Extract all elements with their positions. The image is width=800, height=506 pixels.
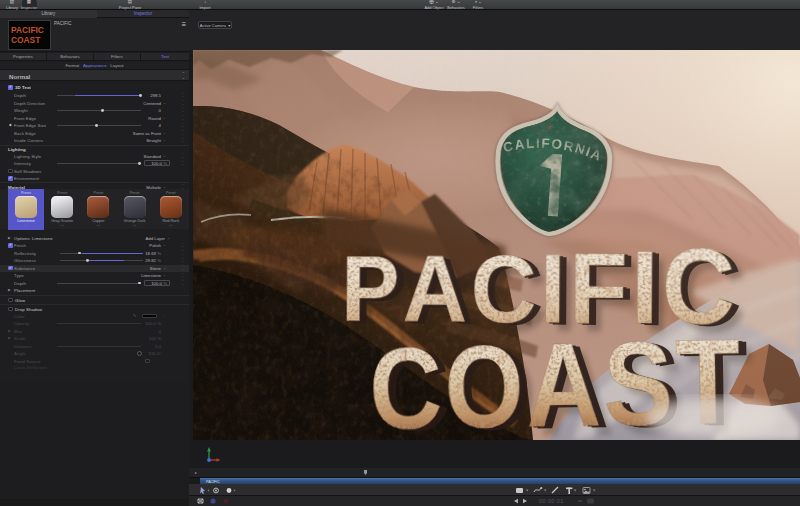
svg-text:00:00:01: 00:00:01 — [539, 498, 564, 504]
